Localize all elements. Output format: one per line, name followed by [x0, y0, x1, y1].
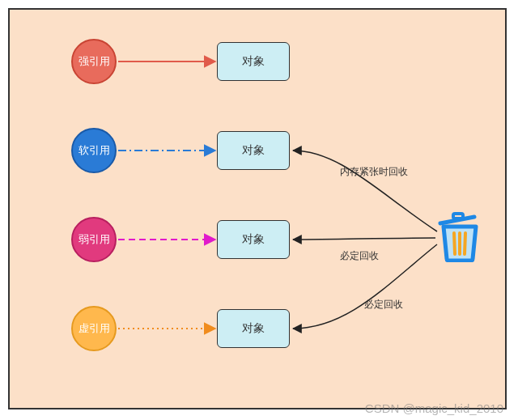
gc-edge-label-1: 必定回收: [340, 249, 379, 263]
ref-label: 弱引用: [79, 232, 110, 247]
object-box-0: 对象: [217, 42, 290, 81]
object-box-1: 对象: [217, 131, 290, 170]
gc-edge-label-2: 必定回收: [364, 298, 403, 312]
gc-edge-label-0: 内存紧张时回收: [340, 165, 408, 179]
object-box-3: 对象: [217, 309, 290, 348]
object-box-2: 对象: [217, 220, 290, 259]
ref-label: 虚引用: [79, 321, 110, 336]
object-label: 对象: [242, 321, 265, 336]
ref-node-phantom: 虚引用: [71, 306, 117, 351]
ref-node-strong: 强引用: [71, 39, 117, 84]
ref-label: 软引用: [79, 143, 110, 158]
watermark: CSDN @magic_kid_2010: [365, 401, 503, 415]
object-label: 对象: [242, 232, 265, 247]
svg-line-2: [454, 233, 455, 254]
ref-node-soft: 软引用: [71, 128, 117, 173]
svg-line-4: [465, 233, 465, 254]
object-label: 对象: [242, 54, 265, 69]
svg-rect-1: [453, 214, 463, 218]
object-label: 对象: [242, 143, 265, 158]
ref-node-weak: 弱引用: [71, 217, 117, 262]
ref-label: 强引用: [79, 54, 110, 69]
trash-icon: [435, 212, 484, 262]
